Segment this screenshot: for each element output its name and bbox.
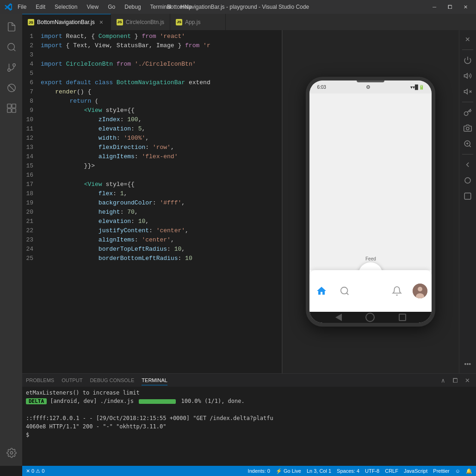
nav-home[interactable] xyxy=(312,282,331,300)
window-controls: ─ ⧠ ✕ xyxy=(429,3,471,11)
status-prettier[interactable]: Prettier xyxy=(433,468,449,474)
terminal-content[interactable]: etMaxListeners() to increase limit DELTA… xyxy=(22,387,476,466)
nav-profile[interactable] xyxy=(411,282,429,300)
menu-file[interactable]: File xyxy=(16,3,28,11)
status-bell[interactable]: 🔔 xyxy=(466,468,472,474)
svg-rect-28 xyxy=(464,193,471,199)
menu-view[interactable]: View xyxy=(85,3,100,11)
panel-tabs: PROBLEMS OUTPUT DEBUG CONSOLE TERMINAL ∧… xyxy=(22,374,476,387)
menu-go[interactable]: Go xyxy=(106,3,117,11)
power-button xyxy=(434,117,435,141)
code-editor[interactable]: 1 import React, { Component } from 'reac… xyxy=(22,30,282,373)
status-indents[interactable]: Indents: 0 xyxy=(248,468,270,474)
code-line-20: 20 height: 70, xyxy=(22,208,282,217)
rt-volume-down-button[interactable] xyxy=(460,84,475,99)
status-bar: ✕ 0 ⚠ 0 Indents: 0 ⚡ Go Live Ln 3, Col 1… xyxy=(22,466,476,476)
activity-settings[interactable] xyxy=(2,444,20,462)
panel-tab-problems[interactable]: PROBLEMS xyxy=(26,376,54,385)
code-line-2: 2 import { Text, View, StatusBar, Image … xyxy=(22,41,282,50)
android-recents-button[interactable] xyxy=(399,314,406,321)
status-errors[interactable]: ✕ 0 ⚠ 0 xyxy=(26,468,44,474)
panel-close[interactable]: ✕ xyxy=(462,375,472,385)
phone-notch xyxy=(357,80,384,82)
bottom-panel: PROBLEMS OUTPUT DEBUG CONSOLE TERMINAL ∧… xyxy=(22,373,476,466)
panel-tab-debug[interactable]: DEBUG CONSOLE xyxy=(90,376,134,385)
activity-bar xyxy=(0,14,22,466)
status-spaces[interactable]: Spaces: 4 xyxy=(337,468,359,474)
rt-home-button[interactable] xyxy=(460,173,475,188)
main-area: JS BottomNavigationBar.js × JS CircleIco… xyxy=(22,14,476,476)
activity-source-control[interactable] xyxy=(2,58,20,77)
code-line-22: 22 justifyContent: 'center', xyxy=(22,226,282,235)
phone-settings-icon: ⚙ xyxy=(366,84,371,90)
status-cursor[interactable]: Ln 3, Col 1 xyxy=(307,468,331,474)
nav-search[interactable] xyxy=(335,282,354,300)
terminal-line-2: DELTA [android, dev] ./index.js 100.0% (… xyxy=(26,397,472,406)
android-home-button[interactable] xyxy=(365,313,375,322)
rt-rotate-button[interactable] xyxy=(460,105,475,120)
panel-tab-output[interactable]: OUTPUT xyxy=(62,376,82,385)
android-back-button[interactable] xyxy=(335,314,342,321)
code-line-12: 12 width: '100%', xyxy=(22,134,282,143)
svg-line-6 xyxy=(9,85,15,91)
status-encoding[interactable]: UTF-8 xyxy=(365,468,379,474)
delta-badge: DELTA xyxy=(26,398,47,404)
status-right-items: Indents: 0 ⚡ Go Live Ln 3, Col 1 Spaces:… xyxy=(248,468,472,474)
menu-edit[interactable]: Edit xyxy=(34,3,47,11)
panel-right-buttons: ∧ ⧠ ✕ xyxy=(438,375,472,385)
window-title: BottomNavigationBar.js - playground - Vi… xyxy=(167,4,309,10)
tab-bottomnavigationbar[interactable]: JS BottomNavigationBar.js × xyxy=(22,14,111,30)
phone-preview: 6:03 ⚙ ▾▾▉🔋 Feed xyxy=(282,30,459,373)
activity-extensions[interactable] xyxy=(2,99,20,117)
svg-point-12 xyxy=(341,287,348,294)
code-line-10: 10 zIndex: 100, xyxy=(22,115,282,124)
svg-point-0 xyxy=(8,43,15,50)
rt-more-button[interactable]: ••• xyxy=(460,357,475,371)
menu-selection[interactable]: Selection xyxy=(53,3,79,11)
code-line-16: 16 xyxy=(22,171,282,180)
activity-search[interactable] xyxy=(2,38,20,56)
panel-chevron-up[interactable]: ∧ xyxy=(438,375,448,385)
code-line-13: 13 flexDirection: 'row', xyxy=(22,143,282,152)
rt-close-button[interactable]: ✕ xyxy=(460,32,475,47)
code-line-8: 8 return ( xyxy=(22,97,282,106)
activity-debug[interactable] xyxy=(2,79,20,97)
panel-maximize[interactable]: ⧠ xyxy=(450,375,460,385)
close-button[interactable]: ✕ xyxy=(460,3,471,11)
status-language[interactable]: JavaScript xyxy=(404,468,427,474)
rt-recents-button[interactable] xyxy=(460,189,475,204)
code-line-19: 19 backgroundColor: '#fff', xyxy=(22,198,282,208)
rt-zoom-button[interactable] xyxy=(460,136,475,151)
code-line-11: 11 elevation: 5, xyxy=(22,124,282,134)
progress-bar xyxy=(139,399,176,404)
tab-app[interactable]: JS App.js xyxy=(170,14,226,30)
svg-point-22 xyxy=(466,127,469,130)
menu-debug[interactable]: Debug xyxy=(123,3,142,11)
error-icon: ✕ xyxy=(26,468,30,474)
activity-explorer[interactable] xyxy=(2,18,20,36)
code-line-23: 23 alignItems: 'center', xyxy=(22,235,282,245)
rt-volume-up-button[interactable] xyxy=(460,68,475,83)
code-line-15: 15 }}> xyxy=(22,161,282,171)
code-line-4: 4 import CircleIconBtn from './CircleIco… xyxy=(22,60,282,69)
minimize-button[interactable]: ─ xyxy=(429,3,440,11)
tab-close-1[interactable]: × xyxy=(98,19,105,26)
code-line-18: 18 flex: 1, xyxy=(22,189,282,198)
nav-notifications[interactable] xyxy=(388,282,406,300)
tab-circleiconbtn[interactable]: JS CircleIconBtn.js xyxy=(111,14,170,30)
svg-point-3 xyxy=(13,64,16,67)
restore-button[interactable]: ⧠ xyxy=(444,3,456,11)
svg-point-11 xyxy=(10,451,13,454)
svg-rect-7 xyxy=(7,104,11,108)
status-line-ending[interactable]: CRLF xyxy=(385,468,398,474)
code-line-24: 24 borderTopLeftRadius: 10, xyxy=(22,245,282,254)
tab-js-icon-3: JS xyxy=(176,19,182,25)
status-go-live[interactable]: ⚡ Go Live xyxy=(276,468,301,474)
rt-screenshot-button[interactable] xyxy=(460,121,475,136)
status-smiley[interactable]: ☺ xyxy=(455,468,460,474)
rt-power-button[interactable] xyxy=(460,53,475,68)
panel-tab-terminal[interactable]: TERMINAL xyxy=(142,376,167,385)
rt-back-button[interactable] xyxy=(460,157,475,172)
warning-icon: ⚠ xyxy=(36,468,40,474)
svg-line-13 xyxy=(346,293,348,295)
